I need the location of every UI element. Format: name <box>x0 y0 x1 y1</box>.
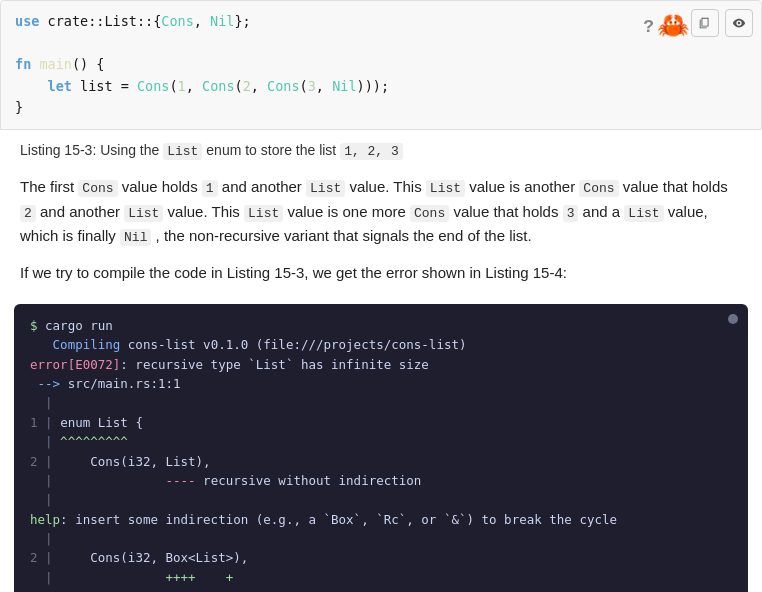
inline-code-nil: Nil <box>120 229 151 246</box>
listing-caption: Listing 15-3: Using the List enum to sto… <box>0 130 762 167</box>
code-toolbar <box>691 9 753 37</box>
inline-code-list3: List <box>124 205 163 222</box>
inline-code-list2: List <box>426 180 465 197</box>
body-paragraph-2: If we try to compile the code in Listing… <box>0 257 762 292</box>
inline-code-list5: List <box>624 205 663 222</box>
inline-code-cons1: Cons <box>78 180 117 197</box>
code-content: use crate::List::{Cons, Nil}; fn main() … <box>15 11 747 119</box>
terminal-block: $ cargo run Compiling cons-list v0.1.0 (… <box>14 304 748 592</box>
caption-type: List <box>163 143 202 160</box>
inline-code-list4: List <box>244 205 283 222</box>
inline-code-2: 2 <box>20 205 36 222</box>
terminal-content: $ cargo run Compiling cons-list v0.1.0 (… <box>30 316 732 592</box>
inline-code-1: 1 <box>202 180 218 197</box>
question-mark-icon: ? <box>643 13 654 42</box>
body-paragraph-1: The first Cons value holds 1 and another… <box>0 167 762 257</box>
help-crab: ? 🦀 <box>643 7 689 49</box>
top-code-block: ? 🦀 use crate::List::{Cons, Nil}; fn mai… <box>0 0 762 130</box>
eye-button[interactable] <box>725 9 753 37</box>
crab-icon: 🦀 <box>657 7 689 49</box>
inline-code-cons2: Cons <box>579 180 618 197</box>
copy-button[interactable] <box>691 9 719 37</box>
caption-prefix: Listing 15-3: Using the <box>20 142 159 158</box>
caption-middle: enum to store the list <box>206 142 336 158</box>
terminal-indicator <box>728 314 738 324</box>
inline-code-3: 3 <box>563 205 579 222</box>
inline-code-list1: List <box>306 180 345 197</box>
inline-code-cons3: Cons <box>410 205 449 222</box>
caption-values: 1, 2, 3 <box>340 143 403 160</box>
